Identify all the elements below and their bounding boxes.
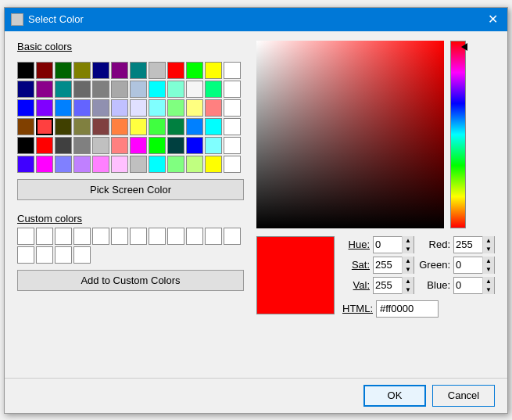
basic-color-swatch[interactable] <box>224 99 241 117</box>
green-spinner[interactable]: ▲ ▼ <box>453 257 495 274</box>
basic-color-swatch[interactable] <box>111 118 128 135</box>
basic-color-swatch[interactable] <box>167 81 184 98</box>
val-spinner[interactable]: ▲ ▼ <box>373 277 414 294</box>
red-input[interactable] <box>454 237 482 253</box>
basic-color-swatch[interactable] <box>73 62 91 79</box>
basic-color-swatch[interactable] <box>73 156 91 173</box>
green-down[interactable]: ▼ <box>483 265 494 274</box>
basic-color-swatch[interactable] <box>130 118 147 135</box>
basic-color-swatch[interactable] <box>17 137 34 154</box>
pick-screen-color-button[interactable]: Pick Screen Color <box>17 179 244 200</box>
basic-color-swatch[interactable] <box>111 99 128 117</box>
blue-down[interactable]: ▼ <box>483 285 494 294</box>
custom-color-swatch[interactable] <box>92 228 109 245</box>
basic-color-swatch[interactable] <box>111 156 128 173</box>
basic-color-swatch[interactable] <box>186 99 203 117</box>
basic-color-swatch[interactable] <box>167 156 184 173</box>
basic-color-swatch[interactable] <box>73 137 91 154</box>
basic-color-swatch[interactable] <box>36 118 53 135</box>
basic-color-swatch[interactable] <box>92 81 109 98</box>
custom-color-swatch[interactable] <box>55 228 72 245</box>
sat-input[interactable] <box>374 257 402 273</box>
basic-color-swatch[interactable] <box>130 99 147 117</box>
custom-color-swatch[interactable] <box>17 228 34 245</box>
basic-color-swatch[interactable] <box>224 137 241 154</box>
val-down[interactable]: ▼ <box>403 285 414 294</box>
custom-color-swatch[interactable] <box>73 228 91 245</box>
cancel-button[interactable]: Cancel <box>432 385 495 407</box>
green-input[interactable] <box>454 257 482 273</box>
basic-color-swatch[interactable] <box>130 156 147 173</box>
basic-color-swatch[interactable] <box>36 81 53 98</box>
red-up[interactable]: ▲ <box>483 236 494 245</box>
blue-input[interactable] <box>454 278 482 293</box>
custom-color-swatch[interactable] <box>36 228 53 245</box>
basic-color-swatch[interactable] <box>17 99 34 117</box>
basic-color-swatch[interactable] <box>149 137 166 154</box>
custom-color-swatch[interactable] <box>186 228 203 245</box>
basic-color-swatch[interactable] <box>17 156 34 173</box>
val-up[interactable]: ▲ <box>403 277 414 285</box>
basic-color-swatch[interactable] <box>224 62 241 79</box>
hue-up[interactable]: ▲ <box>403 236 414 245</box>
custom-color-swatch[interactable] <box>130 228 147 245</box>
basic-color-swatch[interactable] <box>92 118 109 135</box>
basic-color-swatch[interactable] <box>17 62 34 79</box>
basic-color-swatch[interactable] <box>167 99 184 117</box>
basic-color-swatch[interactable] <box>36 99 53 117</box>
basic-color-swatch[interactable] <box>205 99 222 117</box>
basic-color-swatch[interactable] <box>205 156 222 173</box>
basic-color-swatch[interactable] <box>186 81 203 98</box>
basic-color-swatch[interactable] <box>55 118 72 135</box>
custom-color-swatch[interactable] <box>205 228 222 245</box>
basic-color-swatch[interactable] <box>55 81 72 98</box>
basic-color-swatch[interactable] <box>36 137 53 154</box>
custom-color-swatch[interactable] <box>111 228 128 245</box>
basic-color-swatch[interactable] <box>167 62 184 79</box>
basic-color-swatch[interactable] <box>167 118 184 135</box>
basic-color-swatch[interactable] <box>224 156 241 173</box>
custom-color-swatch[interactable] <box>167 228 184 245</box>
basic-color-swatch[interactable] <box>92 156 109 173</box>
custom-color-swatch[interactable] <box>36 246 53 264</box>
basic-color-swatch[interactable] <box>55 137 72 154</box>
basic-color-swatch[interactable] <box>205 62 222 79</box>
basic-color-swatch[interactable] <box>55 99 72 117</box>
custom-color-swatch[interactable] <box>149 228 166 245</box>
sat-spinner[interactable]: ▲ ▼ <box>373 257 414 274</box>
basic-color-swatch[interactable] <box>92 137 109 154</box>
basic-color-swatch[interactable] <box>186 156 203 173</box>
sat-down[interactable]: ▼ <box>403 265 414 274</box>
basic-color-swatch[interactable] <box>111 137 128 154</box>
basic-color-swatch[interactable] <box>111 62 128 79</box>
red-spinner[interactable]: ▲ ▼ <box>453 236 495 253</box>
red-down[interactable]: ▼ <box>483 245 494 253</box>
basic-color-swatch[interactable] <box>186 62 203 79</box>
blue-spinner[interactable]: ▲ ▼ <box>453 277 495 294</box>
basic-color-swatch[interactable] <box>73 99 91 117</box>
basic-color-swatch[interactable] <box>17 81 34 98</box>
basic-color-swatch[interactable] <box>92 62 109 79</box>
basic-color-swatch[interactable] <box>36 156 53 173</box>
basic-color-swatch[interactable] <box>224 118 241 135</box>
close-button[interactable]: ✕ <box>484 11 501 28</box>
basic-color-swatch[interactable] <box>130 81 147 98</box>
basic-color-swatch[interactable] <box>205 81 222 98</box>
custom-color-swatch[interactable] <box>73 246 91 264</box>
basic-color-swatch[interactable] <box>167 137 184 154</box>
green-up[interactable]: ▲ <box>483 257 494 265</box>
basic-color-swatch[interactable] <box>55 156 72 173</box>
val-input[interactable] <box>374 278 402 293</box>
basic-color-swatch[interactable] <box>17 118 34 135</box>
basic-color-swatch[interactable] <box>205 137 222 154</box>
custom-color-swatch[interactable] <box>224 228 241 245</box>
custom-color-swatch[interactable] <box>17 246 34 264</box>
html-input[interactable] <box>376 300 439 318</box>
basic-color-swatch[interactable] <box>149 62 166 79</box>
sat-up[interactable]: ▲ <box>403 257 414 265</box>
add-to-custom-colors-button[interactable]: Add to Custom Colors <box>17 270 244 291</box>
basic-color-swatch[interactable] <box>149 118 166 135</box>
basic-color-swatch[interactable] <box>149 156 166 173</box>
custom-color-swatch[interactable] <box>55 246 72 264</box>
basic-color-swatch[interactable] <box>186 137 203 154</box>
